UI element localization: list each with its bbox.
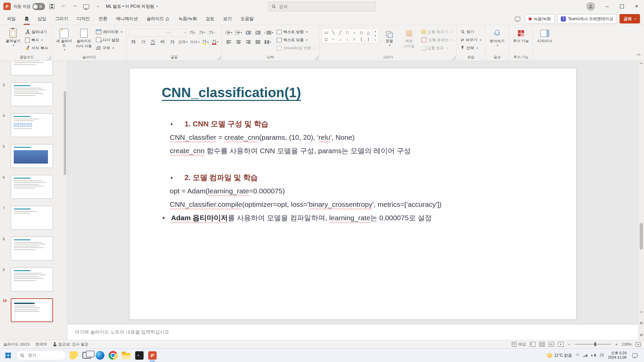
arrange-button[interactable]: 정렬 ▾ — [380, 27, 399, 48]
shape-0-1[interactable]: ╲ — [330, 29, 337, 36]
font-name-combo[interactable]: ▾ — [129, 28, 170, 37]
clear-formatting-button[interactable]: 가× — [207, 29, 216, 36]
slide-thumbnail-4[interactable] — [11, 113, 53, 137]
scroll-down-button[interactable] — [639, 308, 644, 314]
notes-toggle-button[interactable]: 메모 — [512, 342, 526, 347]
justify-button[interactable] — [254, 38, 262, 46]
minimize-button[interactable]: ─ — [600, 0, 614, 13]
increase-indent-button[interactable] — [254, 29, 262, 36]
new-slide-button[interactable]: 새 슬라이드 ▾ — [55, 27, 73, 52]
terminal-app-icon[interactable]: >_ — [134, 350, 145, 361]
cut-button[interactable]: 잘라내기 — [23, 28, 50, 36]
align-text-button[interactable]: 텍스트 맞춤▾ — [275, 36, 317, 44]
scrollbar-thumb[interactable] — [640, 223, 643, 250]
shape-0-4[interactable]: ○ — [351, 29, 358, 36]
underline-button[interactable]: 가 — [148, 38, 157, 46]
record-button[interactable]: 녹음/녹화 — [525, 14, 554, 24]
normal-view-button[interactable] — [530, 342, 535, 347]
tab-help[interactable]: 도움말 — [236, 13, 258, 25]
previous-slide-button[interactable] — [639, 320, 644, 326]
text-shadow-button[interactable]: 가 — [168, 38, 176, 46]
taskbar-search-input[interactable] — [27, 353, 59, 358]
autosave-toggle-pill[interactable]: 끔 — [33, 3, 45, 10]
change-case-button[interactable]: 가가▾ — [189, 38, 200, 46]
paste-button[interactable]: 붙여넣기 ▾ — [4, 27, 22, 48]
designer-button[interactable]: 디자이너 — [535, 27, 554, 44]
volume-icon[interactable] — [591, 354, 596, 357]
slide-body[interactable]: ●1. CNN 모델 구성 및 학습CNN_classifier = creat… — [170, 117, 556, 225]
shapes-more-button[interactable]: ≡ — [373, 38, 378, 42]
slide-title[interactable]: CNN_classification(1) — [162, 85, 301, 100]
font-color-button[interactable]: 가▾ — [211, 38, 219, 46]
shape-effects-button[interactable]: 도형 효과▾ — [420, 44, 454, 52]
save-button[interactable] — [48, 2, 56, 11]
shapes-scroll-up-button[interactable]: ▴ — [373, 29, 378, 34]
tab-file[interactable]: 파일 — [3, 13, 20, 25]
shape-fill-button[interactable]: 도형 채우기▾ — [420, 28, 454, 36]
slide-thumbnail-9[interactable] — [11, 267, 53, 291]
tab-animations[interactable]: 애니메이션 — [112, 13, 142, 25]
tab-transitions[interactable]: 전환 — [94, 13, 112, 25]
shape-outline-button[interactable]: 도형 윤곽선▾ — [420, 36, 454, 44]
font-size-combo[interactable]: ▾ — [171, 28, 187, 37]
paragraph-dialog-launcher[interactable] — [314, 56, 318, 59]
slide-thumbnail-10[interactable] — [11, 298, 53, 322]
shape-0-0[interactable]: ▭ — [323, 29, 330, 36]
quick-styles-button[interactable]: 빠른 스타일 — [400, 27, 419, 49]
shape-0-3[interactable]: □ — [344, 29, 351, 36]
zoom-knob[interactable] — [594, 342, 596, 346]
bullets-button[interactable]: ▾ — [224, 29, 233, 36]
dictate-button[interactable]: 받아쓰기 ▾ — [488, 27, 506, 48]
tab-design[interactable]: 디자인 — [72, 13, 94, 25]
text-direction-button[interactable]: 텍스트 방향▾ — [275, 28, 317, 36]
tab-review[interactable]: 검토 — [201, 13, 219, 25]
notes-pane[interactable]: 여기에 슬라이드 노트의 내용을 입력하십시오 — [67, 324, 638, 340]
scrollbar-thumb[interactable] — [64, 91, 66, 175]
tab-draw[interactable]: 그리기 — [51, 13, 72, 25]
sticky-notes-app-icon[interactable] — [68, 350, 79, 361]
slide-thumbnail-6[interactable] — [11, 175, 53, 199]
highlight-color-button[interactable]: 가▾ — [201, 38, 210, 46]
shape-1-1[interactable]: ~ — [330, 36, 337, 43]
edge-app-icon[interactable] — [95, 350, 105, 361]
font-dialog-launcher[interactable] — [217, 56, 220, 59]
grow-font-button[interactable]: 가▴ — [188, 29, 197, 36]
copy-button[interactable]: 복사▾ — [23, 36, 50, 44]
tab-insert[interactable]: 삽입 — [33, 13, 51, 25]
convert-to-smartart-button[interactable]: SmartArt로 변환▾ — [275, 44, 317, 52]
drawing-dialog-launcher[interactable] — [452, 56, 455, 59]
shape-1-4[interactable]: ☆ — [351, 36, 358, 43]
reuse-slides-button[interactable]: 슬라이드 다시 사용 — [74, 27, 93, 49]
shape-1-2[interactable]: → — [337, 36, 344, 43]
document-title[interactable]: ML 발표 • 이 PC에 저장됨 ▾ — [106, 4, 158, 9]
task-view-button[interactable] — [82, 350, 92, 361]
align-center-button[interactable] — [234, 38, 243, 46]
file-explorer-app-icon[interactable] — [121, 350, 131, 361]
format-painter-button[interactable]: 서식 복사 — [23, 44, 50, 52]
start-button[interactable] — [3, 350, 13, 361]
replace-button[interactable]: ⇄바꾸기▾ — [459, 36, 483, 44]
section-button[interactable]: 구역▾ — [94, 44, 124, 52]
tab-home[interactable]: 홈 — [20, 13, 33, 25]
addins-button[interactable]: 추가 기능 — [512, 27, 530, 44]
qat-customize-button[interactable]: ▾ — [93, 2, 102, 11]
find-button[interactable]: 찾기 — [459, 28, 483, 36]
redo-button[interactable]: ↷ — [70, 2, 79, 11]
shrink-font-button[interactable]: 가▾ — [198, 29, 206, 36]
select-button[interactable]: 선택▾ — [459, 44, 483, 52]
comments-button[interactable] — [513, 14, 522, 23]
italic-button[interactable]: 가 — [139, 38, 147, 46]
zoom-in-button[interactable]: + — [615, 342, 618, 347]
accessibility-checker[interactable]: 접근성: 조사 필요 — [53, 342, 88, 347]
thumbnail-scrollbar[interactable] — [63, 61, 67, 340]
next-slide-button[interactable] — [639, 331, 644, 337]
present-in-teams-button[interactable]: T Teams에서 프레젠테이션 — [557, 14, 617, 24]
search-box[interactable] — [268, 2, 376, 11]
scroll-up-button[interactable] — [639, 61, 644, 67]
network-icon[interactable] — [583, 354, 587, 357]
character-spacing-button[interactable]: 간격▾ — [177, 38, 188, 46]
slide-sorter-view-button[interactable] — [539, 342, 545, 347]
chrome-app-icon[interactable] — [108, 350, 118, 361]
slide-thumbnail-3[interactable] — [11, 82, 53, 106]
notification-center-button[interactable] — [631, 350, 639, 361]
